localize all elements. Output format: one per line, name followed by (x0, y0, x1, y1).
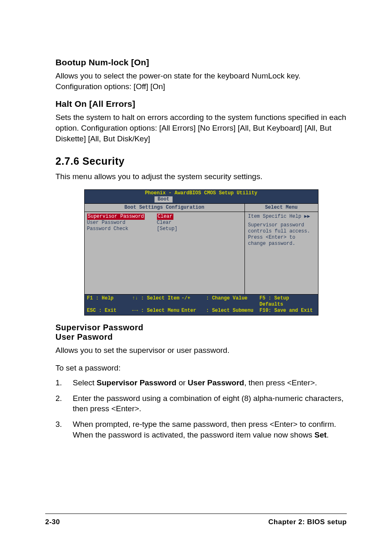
body-passwords: Allows you to set the supervisor or user… (55, 345, 347, 356)
step1-pre: Select (73, 378, 97, 387)
bios-fkey-arrows-v: ↑↓ : Select Item (132, 295, 182, 308)
bios-fkey-changevalue: : Change Value (206, 295, 260, 308)
lead-passwords: To set a password: (55, 363, 347, 373)
bios-body: Supervisor Password Clear User Password … (85, 212, 318, 294)
body-numlock: Allows you to select the power-on state … (55, 71, 347, 92)
step3-pre: When prompted, re-type the same password… (73, 420, 336, 439)
bios-fkey-f1: F1 : Help (87, 295, 132, 308)
chapter-title: Chapter 2: BIOS setup (268, 518, 347, 526)
heading-supervisor-password: Supervisor Password (55, 323, 347, 332)
page-number: 2-30 (45, 518, 60, 526)
bios-title: Phoenix - AwardBIOS CMOS Setup Utility (85, 190, 318, 196)
bios-header-left: Boot Settings Configuration (85, 204, 245, 212)
bios-tab-boot: Boot (154, 196, 173, 203)
body-halton: Sets the system to halt on errors accord… (55, 112, 347, 144)
bios-item-value-supervisor: Clear (157, 214, 173, 220)
bios-footer-row2: ESC : Exit ←→ : Select Menu Enter : Sele… (87, 308, 316, 314)
bios-item-label-supervisor: Supervisor Password (87, 214, 145, 220)
page-footer: 2-30 Chapter 2: BIOS setup (45, 514, 347, 526)
step-num-2: 2. (55, 393, 73, 414)
list-item: 1. Select Supervisor Password or User Pa… (55, 378, 347, 388)
bios-item-label-user: User Password (87, 220, 157, 226)
bios-fkey-submenu: : Select Submenu (206, 308, 260, 314)
step1-post: , then press <Enter>. (244, 378, 317, 387)
password-steps-list: 1. Select Supervisor Password or User Pa… (55, 378, 347, 440)
step-text-2: Enter the password using a combination o… (73, 393, 347, 414)
step1-bold2: User Password (188, 378, 244, 387)
bios-item-label-pwcheck: Password Check (87, 226, 157, 232)
list-item: 3. When prompted, re-type the same passw… (55, 419, 347, 440)
step1-bold1: Supervisor Password (97, 378, 176, 387)
bios-left-panel: Supervisor Password Clear User Password … (85, 212, 245, 294)
step-num-3: 3. (55, 419, 73, 440)
heading-user-password: User Pasword (55, 332, 347, 342)
bios-help-arrows-icon: ▶▶ (304, 214, 310, 219)
bios-fkey-arrows-h: ←→ : Select Menu (132, 308, 182, 314)
list-item: 2. Enter the password using a combinatio… (55, 393, 347, 414)
bios-right-panel: Item Specific Help ▶▶ Supervisor passwor… (245, 212, 318, 294)
heading-numlock: Bootup Num-lock [On] (55, 58, 347, 67)
bios-help-title: Item Specific Help (248, 214, 302, 219)
heading-halton: Halt On [All Errors] (55, 99, 347, 109)
bios-item-pwcheck: Password Check [Setup] (87, 226, 242, 232)
bios-help-title-row: Item Specific Help ▶▶ (248, 214, 315, 220)
bios-footer: F1 : Help ↑↓ : Select Item -/+ : Change … (85, 294, 318, 315)
bios-item-supervisor: Supervisor Password Clear (87, 214, 242, 220)
heading-security: 2.7.6 Security (55, 155, 347, 167)
bios-item-value-user: Clear (157, 220, 172, 226)
step-text-3: When prompted, re-type the same password… (73, 419, 347, 440)
bios-fkey-plusminus: -/+ (182, 295, 206, 308)
step-num-1: 1. (55, 378, 73, 388)
step3-post: . (327, 431, 329, 439)
step3-bold1: Set (314, 431, 327, 439)
bios-header-row: Boot Settings Configuration Select Menu (85, 203, 318, 212)
bios-fkey-f10: F10: Save and Exit (260, 308, 316, 314)
bios-help-body: Supervisor password controls full access… (248, 222, 315, 247)
bios-footer-row1: F1 : Help ↑↓ : Select Item -/+ : Change … (87, 295, 316, 308)
bios-fkey-f5: F5 : Setup Defaults (260, 295, 316, 308)
bios-header-right: Select Menu (245, 204, 318, 212)
bios-item-user: User Password Clear (87, 220, 242, 226)
intro-security: This menu allows you to adjust the syste… (55, 171, 347, 182)
bios-tab-row: Boot (85, 196, 318, 203)
step-text-1: Select Supervisor Password or User Passw… (73, 378, 347, 388)
bios-item-value-pwcheck: [Setup] (157, 226, 178, 232)
step1-mid: or (176, 378, 187, 387)
bios-screenshot: Phoenix - AwardBIOS CMOS Setup Utility B… (84, 189, 318, 315)
bios-fkey-enter: Enter (182, 308, 206, 314)
bios-fkey-esc: ESC : Exit (87, 308, 132, 314)
